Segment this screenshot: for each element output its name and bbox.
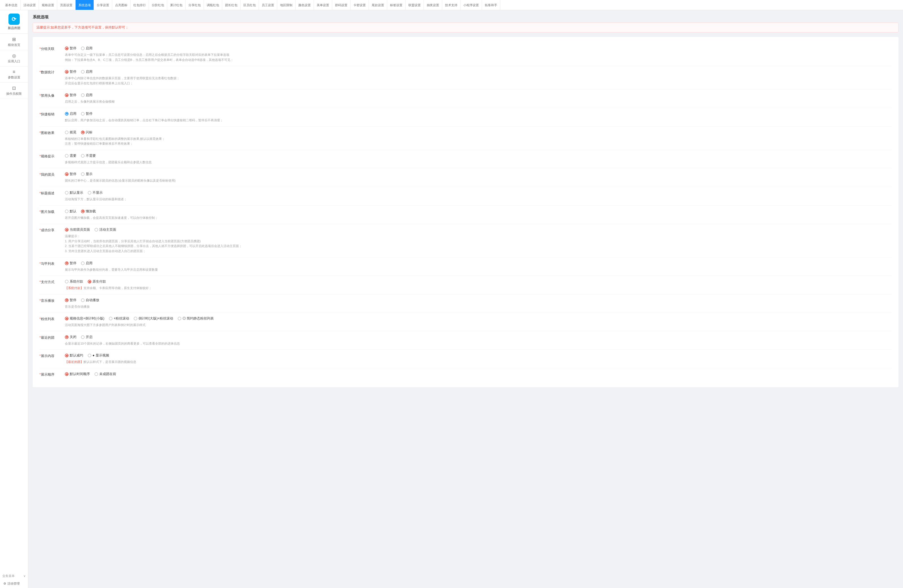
radio-option-fanlist-0[interactable]: 规格信息+倒计时(小版) <box>65 316 104 321</box>
top-nav-item-调瓶红包[interactable]: 调瓶红包 <box>204 0 222 10</box>
top-nav-item-卡密设置[interactable]: 卡密设置 <box>351 0 369 10</box>
top-nav-item-分享设置[interactable]: 分享设置 <box>94 0 112 10</box>
logo-icon[interactable]: ⟳ <box>8 14 20 25</box>
top-nav-item-小程序设置[interactable]: 小程序设置 <box>461 0 482 10</box>
sidebar-item-参数设置[interactable]: ≡参数设置 <box>0 66 28 83</box>
top-nav-item-规格设置[interactable]: 规格设置 <box>39 0 57 10</box>
radio-label: ◎ 简约静态粉丝列表 <box>182 316 214 321</box>
radio-dot <box>94 372 98 376</box>
top-nav-item-技术支持[interactable]: 技术支持 <box>442 0 461 10</box>
setting-label-tagtitle: *标题描述 <box>39 190 65 196</box>
radio-option-subgroup-1[interactable]: 启用 <box>81 46 93 51</box>
radio-option-malisting-0[interactable]: 暂停 <box>65 261 76 266</box>
radio-option-fanlist-3[interactable]: ◎ 简约静态粉丝列表 <box>178 316 214 321</box>
radio-option-imagecount-0[interactable]: 默认 <box>65 209 76 214</box>
radio-label: 不需要 <box>86 153 96 158</box>
radio-dot <box>65 70 69 74</box>
top-nav-item-拓客和手[interactable]: 拓客和手 <box>482 0 500 10</box>
top-nav-item-区员红包[interactable]: 区员红包 <box>241 0 259 10</box>
radio-option-successshare-0[interactable]: 当前团员页面 <box>65 227 90 232</box>
radio-label: 启用 <box>86 93 93 97</box>
radio-option-animation-0[interactable]: 摇晃 <box>65 130 76 135</box>
sidebar-item-操作员权限[interactable]: ⊡操作员权限 <box>0 83 28 99</box>
radio-option-imagecount-1[interactable]: 懒加载 <box>81 209 96 214</box>
radio-option-recentteam-0[interactable]: 关闭 <box>65 335 76 340</box>
setting-controls-subgroup: 暂停启用表单中可自定义一级下拉菜单；员工信息可设置分组信息；启用之后会根据员工的… <box>65 46 892 62</box>
radio-option-successshare-1[interactable]: 活动主页面 <box>94 227 116 232</box>
sidebar-item-模块首页[interactable]: ⊞模块首页 <box>0 34 28 50</box>
radio-option-music-1[interactable]: 自动播放 <box>81 298 99 303</box>
radio-option-music-0[interactable]: 暂停 <box>65 298 76 303</box>
top-nav-item-美单设置[interactable]: 美单设置 <box>314 0 332 10</box>
top-nav-item-点亮图标[interactable]: 点亮图标 <box>112 0 131 10</box>
top-nav-item-颜色设置[interactable]: 颜色设置 <box>296 0 314 10</box>
radio-option-datacount-1[interactable]: 启用 <box>81 69 93 74</box>
radio-dot <box>65 354 69 357</box>
setting-desc-ruletip: 多规格样式底部上方提示信息，团团最乐众额和众参团人数信息 <box>65 160 892 165</box>
sidebar-sub-活动管理[interactable]: ⚙活动管理 <box>0 579 28 588</box>
radio-option-showleader-1[interactable]: 显示 <box>81 172 93 176</box>
top-nav-item-尾款设置[interactable]: 尾款设置 <box>369 0 387 10</box>
setting-controls-useavatar: 暂停启用启用之后，头像列表展示将会做模糊 <box>65 93 892 104</box>
radio-option-quickverify-1[interactable]: 暂停 <box>81 112 93 116</box>
radio-dot <box>65 209 69 213</box>
sidebar-menu: ⊞模块首页◎应用入口≡参数设置⊡操作员权限 <box>0 34 28 572</box>
top-nav-item-红包排行[interactable]: 红包排行 <box>131 0 149 10</box>
radio-dot <box>81 93 85 97</box>
radio-dot <box>65 228 69 231</box>
radio-dot <box>178 317 181 321</box>
radio-option-defaultshow-1[interactable]: ● 显示视频 <box>88 353 109 358</box>
radio-label: 暂停 <box>70 298 76 303</box>
radio-label: 启用 <box>86 46 93 51</box>
radio-option-quickverify-0[interactable]: 启用 <box>65 112 76 116</box>
radio-option-recentteam-1[interactable]: 开启 <box>81 335 93 340</box>
top-nav-item-页面设置[interactable]: 页面设置 <box>57 0 76 10</box>
top-nav-item-联盟设置[interactable]: 联盟设置 <box>406 0 424 10</box>
radio-option-tagtitle-0[interactable]: 默认显示 <box>65 190 83 195</box>
top-nav-item-群码设置[interactable]: 群码设置 <box>332 0 351 10</box>
radio-option-showleader-0[interactable]: 暂停 <box>65 172 76 176</box>
radio-label: 暂停 <box>70 93 76 97</box>
top-nav-item-抽奖设置[interactable]: 抽奖设置 <box>424 0 442 10</box>
top-nav-item-系统选项[interactable]: 系统选项 <box>76 0 94 10</box>
radio-option-defaultshow-0[interactable]: 默认减约 <box>65 353 83 358</box>
sidebar-item-应用入口[interactable]: ◎应用入口 <box>0 50 28 66</box>
setting-label-sortorder: *展示顺序 <box>39 372 65 377</box>
setting-controls-malisting: 暂停启用展示马甲列表作为参数组丝列表，需要导入马甲并且启用和设置数量 <box>65 261 892 272</box>
radio-option-subgroup-0[interactable]: 暂停 <box>65 46 76 51</box>
top-nav-item-标签设置[interactable]: 标签设置 <box>387 0 406 10</box>
radio-option-animation-1[interactable]: 闪标 <box>81 130 93 135</box>
radio-option-sortorder-1[interactable]: 未成团在前 <box>94 372 116 376</box>
top-nav-item-分享红包[interactable]: 分享红包 <box>186 0 204 10</box>
radio-option-fanlist-1[interactable]: +粉丝滚动 <box>109 316 129 321</box>
setting-label-useavatar: *禁用头像 <box>39 93 65 98</box>
setting-desc-recentteam: 会显示最近10个团长的记录，右侧如团页的的商看更多，可以查看全部的的进来信息 <box>65 341 892 346</box>
top-nav-item-团长红包[interactable]: 团长红包 <box>222 0 241 10</box>
radio-option-datacount-0[interactable]: 暂停 <box>65 69 76 74</box>
top-nav-item-地区限制[interactable]: 地区限制 <box>277 0 296 10</box>
top-nav-item-活动设置[interactable]: 活动设置 <box>20 0 39 10</box>
setting-desc-imagecount: 若开启图片懒加载，会提高首页页面加速速度，可以自行体验控制； <box>65 215 892 220</box>
setting-label-malisting: *马甲列表 <box>39 261 65 266</box>
top-nav-item-分阶红包[interactable]: 分阶红包 <box>149 0 167 10</box>
radio-option-useavatar-1[interactable]: 启用 <box>81 93 93 97</box>
radio-option-ruletip-0[interactable]: 需要 <box>65 153 76 158</box>
setting-row-ruletip: *规格提示需要不需要多规格样式底部上方提示信息，团团最乐众额和众参团人数信息 <box>39 150 892 169</box>
radio-dot <box>81 209 85 213</box>
radio-option-payment-0[interactable]: 系统付款 <box>65 279 83 284</box>
top-nav-item-员工设置[interactable]: 员工设置 <box>259 0 277 10</box>
top-nav-item-累计红包[interactable]: 累计红包 <box>167 0 186 10</box>
radio-dot <box>81 47 85 50</box>
setting-label-defaultshow: *展示内容 <box>39 353 65 358</box>
radio-option-malisting-1[interactable]: 启用 <box>81 261 93 266</box>
radio-option-sortorder-0[interactable]: 默认时间顺序 <box>65 372 90 376</box>
setting-controls-imagecount: 默认懒加载若开启图片懒加载，会提高首页页面加速速度，可以自行体验控制； <box>65 209 892 220</box>
radio-option-fanlist-2[interactable]: 倒计时(大版)+粉丝滚动 <box>134 316 173 321</box>
radio-group-useavatar: 暂停启用 <box>65 93 892 97</box>
radio-option-ruletip-1[interactable]: 不需要 <box>81 153 96 158</box>
radio-option-tagtitle-1[interactable]: 不显示 <box>88 190 103 195</box>
radio-option-useavatar-0[interactable]: 暂停 <box>65 93 76 97</box>
top-nav-item-基本信息[interactable]: 基本信息 <box>2 0 20 10</box>
radio-option-payment-1[interactable]: 原生付款 <box>88 279 106 284</box>
main-content: 系统选项 温馨提示:如果您是新手，下方选项可不设置，保持默认即可； *分组关联暂… <box>28 10 903 588</box>
